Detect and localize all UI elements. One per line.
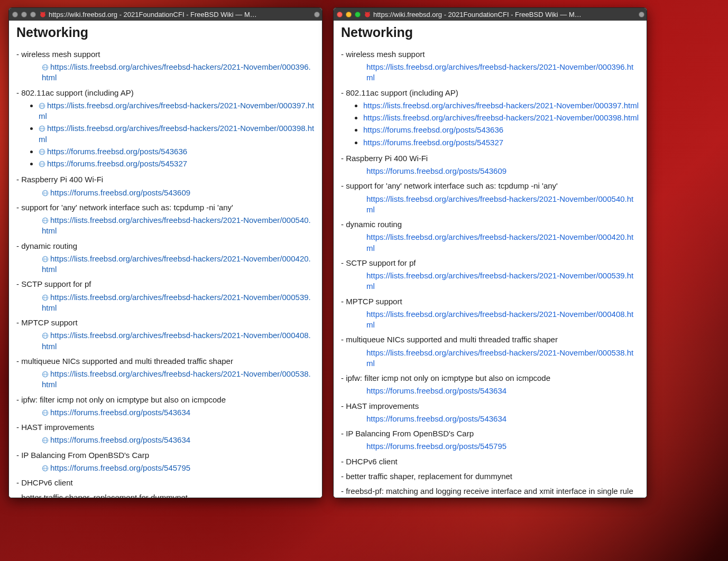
globe-icon	[42, 465, 49, 472]
link-row: https://lists.freebsd.org/archives/freeb…	[366, 232, 639, 254]
external-link[interactable]: https://lists.freebsd.org/archives/freeb…	[366, 271, 633, 291]
external-link[interactable]: https://lists.freebsd.org/archives/freeb…	[363, 113, 639, 122]
link-row: https://forums.freebsd.org/posts/543634	[42, 407, 315, 418]
item-text: - SCTP support for pf	[341, 258, 639, 268]
external-link[interactable]: https://forums.freebsd.org/posts/543634	[50, 408, 190, 417]
external-link[interactable]: https://forums.freebsd.org/posts/545327	[363, 138, 503, 147]
link-row: https://lists.freebsd.org/archives/freeb…	[366, 309, 639, 331]
link-row: https://lists.freebsd.org/archives/freeb…	[366, 270, 639, 292]
item-text: - dynamic routing	[16, 241, 315, 251]
external-link[interactable]: https://forums.freebsd.org/posts/543636	[47, 147, 187, 156]
link-row: https://forums.freebsd.org/posts/543634	[366, 414, 639, 424]
globe-icon	[39, 125, 45, 132]
minimize-button[interactable]	[346, 12, 352, 17]
globe-icon	[39, 102, 45, 109]
maximize-button[interactable]	[30, 12, 36, 17]
external-link[interactable]: https://lists.freebsd.org/archives/freeb…	[366, 194, 633, 214]
list-item: - dynamic routinghttps://lists.freebsd.o…	[16, 241, 315, 275]
link-row: https://forums.freebsd.org/posts/543634	[42, 435, 315, 445]
globe-icon	[42, 371, 49, 378]
item-text: - 802.11ac support (including AP)	[341, 88, 639, 98]
item-text: - freebsd-pf: matching and logging recei…	[341, 486, 639, 497]
external-link[interactable]: https://lists.freebsd.org/archives/freeb…	[42, 62, 311, 82]
external-link[interactable]: https://lists.freebsd.org/archives/freeb…	[39, 124, 314, 143]
external-link[interactable]: https://lists.freebsd.org/archives/freeb…	[42, 293, 311, 312]
link-list-item: https://lists.freebsd.org/archives/freeb…	[363, 113, 639, 123]
item-text: - 802.11ac support (including AP)	[16, 88, 315, 98]
list-item: - support for 'any' network interface su…	[341, 181, 639, 215]
globe-icon	[39, 161, 45, 167]
external-link[interactable]: https://forums.freebsd.org/posts/543609	[366, 166, 506, 175]
link-row: https://lists.freebsd.org/archives/freeb…	[366, 62, 639, 83]
link-list-item: https://forums.freebsd.org/posts/543636	[39, 146, 315, 157]
titlebar[interactable]: https://wiki.freebsd.org - 2021Foundatio…	[9, 8, 322, 21]
list-item: - IP Balancing From OpenBSD's Carphttps:…	[341, 428, 639, 452]
item-text: - DHCPv6 client	[16, 478, 315, 488]
globe-icon	[42, 409, 49, 416]
list-item: - Raspberry Pi 400 Wi-Fihttps://forums.f…	[16, 174, 315, 198]
external-link[interactable]: https://lists.freebsd.org/archives/freeb…	[366, 310, 633, 329]
item-text: - HAST improvements	[341, 401, 639, 412]
external-link[interactable]: https://lists.freebsd.org/archives/freeb…	[42, 216, 311, 235]
list-item: - Raspberry Pi 400 Wi-Fihttps://forums.f…	[341, 153, 639, 177]
item-text: - wireless mesh support	[16, 49, 315, 60]
link-list-item: https://lists.freebsd.org/archives/freeb…	[39, 123, 315, 145]
external-link[interactable]: https://forums.freebsd.org/posts/543634	[366, 414, 506, 423]
freebsd-favicon	[39, 11, 47, 18]
link-list-item: https://forums.freebsd.org/posts/545327	[363, 137, 639, 148]
link-row: https://lists.freebsd.org/archives/freeb…	[366, 348, 639, 369]
list-item: - multiqueue NICs supported and multi th…	[16, 356, 315, 390]
page-content[interactable]: Networking - wireless mesh supporthttps:…	[9, 21, 322, 498]
link-row: https://lists.freebsd.org/archives/freeb…	[42, 292, 315, 314]
globe-icon	[42, 190, 49, 197]
item-text: - multiqueue NICs supported and multi th…	[16, 356, 315, 367]
link-row: https://forums.freebsd.org/posts/545795	[366, 441, 639, 452]
titlebar[interactable]: https://wiki.freebsd.org - 2021Foundatio…	[334, 8, 647, 21]
minimize-button[interactable]	[21, 12, 27, 17]
external-link[interactable]: https://lists.freebsd.org/archives/freeb…	[39, 101, 314, 120]
desktop-background: https://wiki.freebsd.org - 2021Foundatio…	[0, 0, 728, 561]
external-link[interactable]: https://lists.freebsd.org/archives/freeb…	[366, 232, 633, 252]
external-link[interactable]: https://forums.freebsd.org/posts/545795	[366, 442, 506, 451]
external-link[interactable]: https://lists.freebsd.org/archives/freeb…	[366, 348, 633, 368]
window-title: https://wiki.freebsd.org - 2021Foundatio…	[49, 11, 312, 18]
external-link[interactable]: https://lists.freebsd.org/archives/freeb…	[42, 254, 311, 274]
external-link[interactable]: https://lists.freebsd.org/archives/freeb…	[363, 101, 639, 110]
link-list-item: https://forums.freebsd.org/posts/545327	[39, 158, 315, 169]
window-indicator	[639, 12, 644, 17]
list-item: - SCTP support for pfhttps://lists.freeb…	[16, 279, 315, 313]
item-text: - DHCPv6 client	[341, 456, 639, 467]
list-item: - IP Balancing From OpenBSD's Carphttps:…	[16, 450, 315, 474]
external-link[interactable]: https://forums.freebsd.org/posts/545327	[47, 159, 187, 168]
link-row: https://forums.freebsd.org/posts/543609	[366, 166, 639, 176]
external-link[interactable]: https://forums.freebsd.org/posts/543609	[50, 188, 190, 197]
external-link[interactable]: https://lists.freebsd.org/archives/freeb…	[42, 369, 311, 389]
list-item: - DHCPv6 client	[341, 456, 639, 467]
external-link[interactable]: https://forums.freebsd.org/posts/545795	[50, 463, 190, 472]
section-heading: Networking	[16, 24, 315, 42]
page-content[interactable]: Networking - wireless mesh supporthttps:…	[334, 21, 647, 498]
link-row: https://forums.freebsd.org/posts/545795	[42, 463, 315, 473]
external-link[interactable]: https://forums.freebsd.org/posts/543634	[50, 435, 190, 444]
link-row: https://lists.freebsd.org/archives/freeb…	[42, 215, 315, 237]
list-item: - 802.11ac support (including AP)https:/…	[16, 88, 315, 170]
close-button[interactable]	[337, 12, 343, 17]
list-item: - freebsd-pf: matching and logging recei…	[341, 486, 639, 497]
browser-window-left: https://wiki.freebsd.org - 2021Foundatio…	[8, 7, 322, 498]
link-list: https://lists.freebsd.org/archives/freeb…	[39, 100, 315, 170]
maximize-button[interactable]	[355, 12, 361, 17]
link-row: https://lists.freebsd.org/archives/freeb…	[42, 330, 315, 352]
link-row: https://lists.freebsd.org/archives/freeb…	[42, 62, 315, 83]
browser-window-right: https://wiki.freebsd.org - 2021Foundatio…	[333, 7, 647, 498]
external-link[interactable]: https://forums.freebsd.org/posts/543634	[366, 386, 506, 395]
external-link[interactable]: https://lists.freebsd.org/archives/freeb…	[42, 331, 311, 350]
external-link[interactable]: https://lists.freebsd.org/archives/freeb…	[366, 62, 633, 82]
external-link[interactable]: https://forums.freebsd.org/posts/543636	[363, 125, 503, 134]
list-item: - ipfw: filter icmp not only on icmptype…	[341, 373, 639, 397]
item-text: - MPTCP support	[16, 317, 315, 328]
link-row: https://lists.freebsd.org/archives/freeb…	[42, 369, 315, 390]
item-list: - wireless mesh supporthttps://lists.fre…	[341, 49, 639, 497]
close-button[interactable]	[12, 12, 18, 17]
link-row: https://lists.freebsd.org/archives/freeb…	[366, 194, 639, 216]
item-text: - dynamic routing	[341, 219, 639, 230]
